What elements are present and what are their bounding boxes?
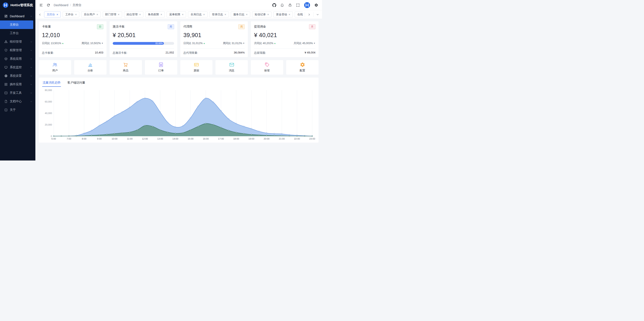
page-tab-label: 全局日志 (190, 12, 202, 16)
svg-text:22:00: 22:00 (294, 138, 300, 140)
chevron-down-icon (30, 75, 32, 77)
quick-action-0[interactable]: 用户 (39, 60, 71, 74)
tabs-scroll-left-button[interactable] (38, 12, 42, 17)
stat-footer-label: 总代理商量: (184, 51, 198, 55)
sidebar: HotGo管理系统 Dashboard主控台工作台组织管理权限管理系统应用系统监… (0, 0, 36, 160)
sidebar-item-label: 文档中心 (10, 100, 28, 104)
stat-footer-label: 总卡板量: (42, 51, 54, 55)
progress-label: 83.66% (156, 42, 163, 44)
breadcrumb: Dashboard / 主控台 (54, 3, 82, 7)
app-logo[interactable]: HotGo管理系统 (0, 0, 36, 10)
close-icon[interactable]: × (139, 13, 141, 16)
close-icon[interactable]: × (118, 13, 120, 16)
close-icon[interactable]: × (246, 13, 248, 16)
bell-icon[interactable] (280, 3, 284, 7)
stat-card-title: 代理商 (184, 25, 192, 28)
sidebar-item-0[interactable]: Dashboard (0, 12, 36, 20)
trend-row: 日同比 13,501%▲周同比 10,502%▼ (42, 40, 103, 46)
sidebar-item-1[interactable]: 组织管理 (0, 38, 36, 46)
page-tab-4[interactable]: 岗位管理× (124, 12, 144, 18)
svg-text:16:00: 16:00 (203, 138, 209, 140)
sidebar-item-2[interactable]: 权限管理 (0, 46, 36, 54)
about-icon (4, 108, 8, 112)
page-tab-6[interactable]: 菜单权限× (167, 12, 186, 18)
page-tab-0[interactable]: 主控台× (44, 12, 61, 18)
page-tab-label: 资金变动 (276, 12, 287, 16)
sidebar-item-3[interactable]: 系统应用 (0, 54, 36, 63)
close-icon[interactable]: × (267, 13, 269, 16)
close-icon[interactable]: × (75, 13, 77, 16)
page-tab-7[interactable]: 全局日志× (188, 12, 207, 18)
trend-down-icon: ▼ (243, 42, 245, 44)
quick-action-7[interactable]: 配置 (286, 60, 318, 74)
chart-tab-0[interactable]: 流量消耗趋势 (42, 80, 61, 87)
quick-action-5[interactable]: 消息 (216, 60, 248, 74)
page-tab-12[interactable]: 在线充值× (295, 12, 303, 18)
sidebar-item-5[interactable]: 系统设置 (0, 72, 36, 80)
page-tab-11[interactable]: 资金变动× (274, 12, 293, 18)
sidebar-item-label: 组织管理 (10, 40, 28, 44)
svg-text:10:00: 10:00 (112, 138, 118, 140)
sidebar-item-8[interactable]: 文档中心 (0, 97, 36, 106)
progress-bar: 83.66% (113, 40, 174, 46)
sidebar-subitem-0-1[interactable]: 工作台 (0, 29, 36, 38)
page-tab-2[interactable]: 后台用户× (81, 12, 100, 18)
page-tab-label: 后台用户 (84, 12, 95, 16)
lock-icon[interactable] (288, 3, 292, 7)
stat-card-value: ¥ 20,501 (113, 32, 174, 38)
page-tab-label: 服务日志 (233, 12, 244, 16)
sidebar-item-4[interactable]: 系统监控 (0, 63, 36, 72)
page-tab-bar: 主控台×工作台×后台用户×部门管理×岗位管理×角色权限×菜单权限×全局日志×登录… (36, 10, 322, 19)
quick-action-2[interactable]: 商品 (110, 60, 142, 74)
stat-card-0: 卡板量日12,010日同比 13,501%▲周同比 10,502%▼总卡板量:1… (39, 21, 106, 57)
dashboard-icon (4, 14, 8, 18)
header-actions (272, 2, 318, 8)
sidebar-collapse-button[interactable] (39, 3, 43, 7)
page-tab-5[interactable]: 角色权限× (145, 12, 165, 18)
sidebar-item-label: 开发工具 (10, 91, 28, 95)
stat-card-title: 激活卡板 (113, 25, 125, 28)
trend-up-icon: ▲ (274, 42, 276, 44)
refresh-button[interactable] (46, 3, 50, 7)
close-icon[interactable]: × (203, 13, 205, 16)
trend-down-icon: ▼ (102, 42, 103, 44)
breadcrumb-root[interactable]: Dashboard (54, 4, 68, 7)
github-icon[interactable] (272, 3, 276, 7)
quick-action-label: 标签 (264, 69, 270, 72)
sidebar-item-label: 系统应用 (10, 57, 28, 61)
page-tabs-list: 主控台×工作台×后台用户×部门管理×岗位管理×角色权限×菜单权限×全局日志×登录… (44, 12, 303, 18)
sidebar-item-9[interactable]: 关于 (0, 106, 36, 114)
sidebar-subitem-0-0[interactable]: 主控台 (0, 20, 33, 29)
quick-action-4[interactable]: 票据 (180, 60, 213, 74)
sidebar-item-7[interactable]: 开发工具 (0, 89, 36, 97)
analysis-icon (88, 62, 93, 67)
quick-action-6[interactable]: 标签 (251, 60, 283, 74)
close-icon[interactable]: × (182, 13, 184, 16)
page-tab-label: 部门管理 (105, 12, 116, 16)
close-icon[interactable]: × (160, 13, 162, 16)
stat-footer-value: 36,084% (234, 51, 245, 55)
cart-icon (123, 62, 128, 67)
close-icon[interactable]: × (288, 13, 290, 16)
page-tab-9[interactable]: 服务日志× (231, 12, 250, 18)
tabs-menu-button[interactable] (313, 12, 320, 17)
quick-action-3[interactable]: 订单 (145, 60, 177, 74)
close-icon[interactable]: × (224, 13, 226, 16)
user-avatar[interactable] (304, 2, 310, 8)
page-tab-8[interactable]: 登录日志× (210, 12, 229, 18)
page-tab-3[interactable]: 部门管理× (103, 12, 122, 18)
devtools-icon (4, 91, 8, 95)
chart-tab-1[interactable]: 客户端访问量 (67, 80, 86, 87)
close-icon[interactable]: × (56, 13, 58, 16)
fullscreen-icon[interactable] (296, 3, 300, 7)
sidebar-item-6[interactable]: 插件应用 (0, 80, 36, 89)
gear-icon[interactable] (314, 3, 318, 7)
page-tab-label: 登录日志 (212, 12, 223, 16)
page-tab-10[interactable]: 短信记录× (252, 12, 272, 18)
svg-text:0: 0 (51, 135, 52, 138)
page-tab-1[interactable]: 工作台× (63, 12, 79, 18)
quick-action-1[interactable]: 分析 (74, 60, 106, 74)
close-icon[interactable]: × (96, 13, 98, 16)
order-icon (158, 62, 164, 67)
tabs-scroll-right-button[interactable] (305, 12, 311, 17)
